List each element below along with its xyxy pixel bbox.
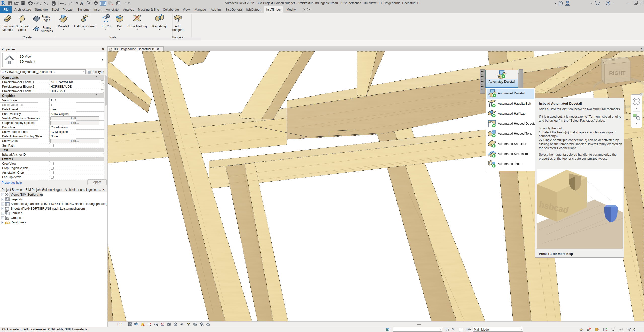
svg-text:Views (BIM Sortierung): Views (BIM Sortierung)	[11, 193, 43, 196]
svg-text:Create: Create	[23, 36, 32, 39]
svg-text:Add: Add	[175, 25, 180, 28]
svg-text:A: A	[80, 1, 83, 5]
svg-text:Cross Marking: Cross Marking	[127, 25, 147, 28]
svg-text:R: R	[1, 0, 5, 6]
svg-text:Half Lap Corner: Half Lap Corner	[74, 25, 96, 28]
svg-text:Structural: Structural	[16, 25, 28, 28]
svg-text:Families: Families	[11, 211, 22, 215]
svg-text:Box Cut: Box Cut	[101, 25, 111, 28]
svg-text:Frame: Frame	[43, 26, 51, 29]
svg-text:Groups: Groups	[11, 216, 21, 220]
svg-text:Hangers: Hangers	[172, 36, 183, 39]
svg-text:Hangers: Hangers	[172, 28, 183, 32]
svg-text:Structural: Structural	[1, 25, 14, 28]
svg-text::0: :0	[633, 328, 635, 331]
svg-text:?: ?	[607, 1, 609, 5]
svg-text:Sheet: Sheet	[18, 28, 26, 32]
svg-text:Surfaces: Surfaces	[41, 29, 53, 33]
svg-text:Edges: Edges	[42, 18, 50, 22]
svg-text:RIGHT: RIGHT	[609, 70, 626, 76]
svg-text:Frame: Frame	[42, 15, 50, 18]
svg-text:Tools: Tools	[109, 36, 116, 39]
svg-text:Dovetail: Dovetail	[58, 25, 69, 28]
svg-text:Sheets (PLANSORTIERUNG nach Le: Sheets (PLANSORTIERUNG nach Leistungspha…	[11, 207, 85, 210]
svg-text:Kamatsugi: Kamatsugi	[152, 25, 167, 28]
svg-text:Schedules/Quantities (LISTENSO: Schedules/Quantities (LISTENSORTIERUNG n…	[11, 202, 107, 206]
svg-text:Drill: Drill	[117, 25, 122, 28]
svg-text:Revit Links: Revit Links	[11, 221, 26, 224]
svg-text:Legends: Legends	[11, 198, 23, 201]
svg-text:Member: Member	[2, 28, 13, 32]
